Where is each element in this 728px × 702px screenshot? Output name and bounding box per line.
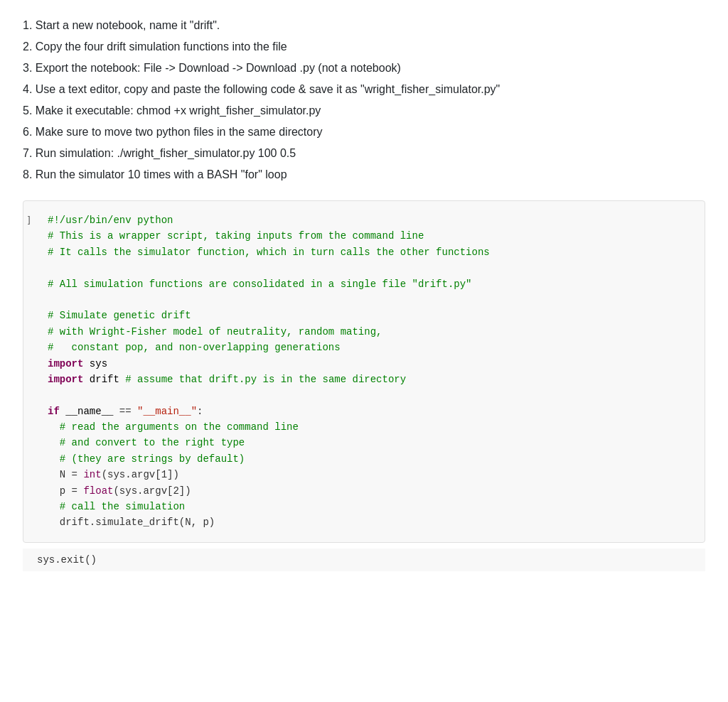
code-line-comment8: # and convert to the right type bbox=[48, 435, 690, 450]
list-item: 6. Make sure to move two python files in… bbox=[23, 124, 705, 141]
list-item: 3. Export the notebook: File -> Download… bbox=[23, 60, 705, 77]
code-line-comment9: # (they are strings by default) bbox=[48, 451, 690, 467]
list-item: 4. Use a text editor, copy and paste the… bbox=[23, 81, 705, 98]
code-line-comment6: # constant pop, and non-overlapping gene… bbox=[48, 340, 690, 355]
code-line-comment10: # call the simulation bbox=[48, 499, 690, 514]
code-line-comment7: # read the arguments on the command line bbox=[48, 419, 690, 435]
code-cell: ] #!/usr/bin/env python # This is a wrap… bbox=[23, 200, 705, 543]
code-line-blank3 bbox=[48, 387, 690, 403]
list-item: 1. Start a new notebook, name it "drift"… bbox=[23, 17, 705, 34]
page-container: 1. Start a new notebook, name it "drift"… bbox=[0, 0, 728, 588]
code-line-blank1 bbox=[48, 260, 690, 276]
list-item: 7. Run simulation: ./wright_fisher_simul… bbox=[23, 145, 705, 162]
code-line-n-assign: N = int(sys.argv[1]) bbox=[48, 467, 690, 482]
cell-bracket: ] bbox=[28, 212, 31, 227]
code-line-blank2 bbox=[48, 292, 690, 308]
sys-exit-line: sys.exit() bbox=[37, 554, 691, 566]
code-line-comment3: # All simulation functions are consolida… bbox=[48, 276, 690, 292]
code-line-import2: import drift # assume that drift.py is i… bbox=[48, 372, 690, 387]
code-line-comment5: # with Wright-Fisher model of neutrality… bbox=[48, 324, 690, 340]
code-line-simulate: drift.simulate_drift(N, p) bbox=[48, 514, 690, 530]
code-line-comment4: # Simulate genetic drift bbox=[48, 308, 690, 323]
instructions-list: 1. Start a new notebook, name it "drift"… bbox=[23, 17, 705, 183]
code-line-shebang: #!/usr/bin/env python bbox=[48, 212, 690, 228]
bottom-code: sys.exit() bbox=[23, 549, 705, 571]
code-line-import1: import sys bbox=[48, 356, 690, 372]
list-item: 8. Run the simulator 10 times with a BAS… bbox=[23, 166, 705, 183]
code-line-p-assign: p = float(sys.argv[2]) bbox=[48, 483, 690, 499]
code-line-comment2: # It calls the simulator function, which… bbox=[48, 244, 690, 260]
list-item: 5. Make it executable: chmod +x wright_f… bbox=[23, 102, 705, 119]
code-line-comment1: # This is a wrapper script, taking input… bbox=[48, 228, 690, 244]
code-line-if-main: if __name__ == "__main__": bbox=[48, 404, 690, 419]
list-item: 2. Copy the four drift simulation functi… bbox=[23, 38, 705, 55]
code-content: #!/usr/bin/env python # This is a wrappe… bbox=[48, 212, 690, 531]
